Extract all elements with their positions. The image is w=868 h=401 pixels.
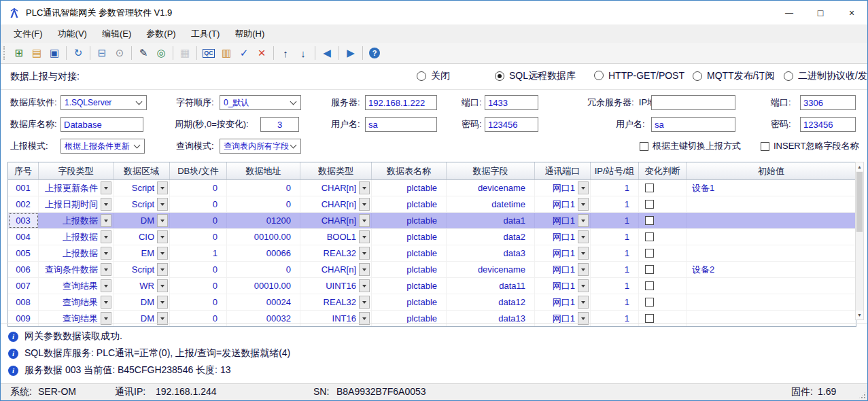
cell-table[interactable]: plctable [372, 196, 447, 212]
dropdown-arrow-icon[interactable] [101, 214, 111, 227]
delete-cross-icon[interactable]: × [253, 45, 271, 61]
radio-close[interactable]: 关闭 [417, 70, 450, 82]
cell-changed[interactable] [639, 245, 687, 261]
cell-changed[interactable] [639, 311, 687, 326]
cell-station[interactable]: 1 [591, 245, 639, 261]
network-nodes-icon[interactable]: ⊟ [93, 45, 111, 61]
cell-field_type[interactable]: 上报日期时间 [39, 196, 114, 212]
cell-changed[interactable] [639, 294, 687, 310]
radio-sql-remote-db[interactable]: SQL远程数据库 [495, 70, 576, 82]
password-input[interactable] [485, 117, 538, 132]
cell-changed[interactable] [639, 229, 687, 245]
server-input[interactable] [365, 95, 437, 110]
dropdown-arrow-icon[interactable] [157, 296, 168, 309]
cell-port[interactable]: 网口1 [535, 180, 591, 196]
cell-field_type[interactable]: 查询条件数据 [39, 262, 114, 277]
table-row[interactable]: 002上报日期时间Script00CHAR[n]plctabledatetime… [8, 196, 856, 213]
cell-area[interactable]: DM [114, 294, 170, 310]
table-row[interactable]: 003上报数据DM001200CHAR[n]plctabledata1网口11 [8, 213, 856, 229]
cell-field_type[interactable]: 上报数据 [39, 213, 114, 228]
cell-dtype[interactable]: CHAR[n] [300, 196, 372, 212]
scroll-down-button[interactable]: ▼ [856, 311, 863, 319]
move-up-icon[interactable]: ↑ [277, 45, 294, 61]
cell-dtype[interactable]: CHAR[n] [300, 213, 372, 228]
cell-station[interactable]: 1 [591, 229, 639, 245]
menu-tools[interactable]: 工具(T) [184, 27, 228, 41]
cell-table[interactable]: plctable [372, 294, 447, 310]
cell-table[interactable]: plctable [372, 262, 447, 277]
dropdown-arrow-icon[interactable] [359, 214, 370, 227]
user-input[interactable] [365, 117, 437, 132]
dropdown-arrow-icon[interactable] [101, 247, 111, 260]
checkbox-icon[interactable] [645, 216, 654, 225]
cell-changed[interactable] [639, 180, 687, 196]
dropdown-arrow-icon[interactable] [157, 263, 168, 276]
cell-table[interactable]: plctable [372, 278, 447, 294]
dropdown-arrow-icon[interactable] [578, 296, 589, 309]
cell-dtype[interactable]: BOOL1 [300, 229, 372, 245]
radio-binary-protocol[interactable]: 二进制协议收/发 [784, 70, 867, 82]
redundant-password-input[interactable] [800, 117, 856, 132]
cell-init[interactable] [687, 245, 856, 261]
scroll-up-button[interactable]: ▲ [856, 162, 863, 171]
cell-addr[interactable]: 0 [227, 180, 300, 196]
cell-db[interactable]: 0 [170, 196, 227, 212]
write-device-icon[interactable]: ✎ [135, 45, 152, 61]
table-row[interactable]: 009查询结果DM000032INT16plctabledata13网口11 [8, 311, 856, 326]
table-row[interactable]: 006查询条件数据Script00CHAR[n]plctabledevicena… [8, 262, 856, 278]
cell-port[interactable]: 网口1 [535, 294, 591, 310]
checkbox-icon[interactable] [645, 281, 654, 290]
dropdown-arrow-icon[interactable] [359, 296, 370, 309]
cell-station[interactable]: 1 [591, 278, 639, 294]
query-mode-select[interactable]: 查询表内所有字段 [220, 139, 301, 154]
cell-field_type[interactable]: 查询结果 [39, 278, 114, 294]
checkbox-icon[interactable] [645, 298, 654, 307]
cell-no[interactable]: 004 [8, 229, 39, 245]
menu-params[interactable]: 参数(P) [139, 27, 183, 41]
close-button[interactable]: × [836, 1, 867, 24]
cell-db[interactable]: 0 [170, 213, 227, 228]
cell-field[interactable]: devicename [447, 180, 535, 196]
dropdown-arrow-icon[interactable] [578, 198, 589, 211]
cell-port[interactable]: 网口1 [535, 213, 591, 228]
table-row[interactable]: 001上报更新条件Script00CHAR[n]plctabledevicena… [8, 180, 856, 196]
open-file-icon[interactable]: ▤ [28, 45, 46, 61]
cell-db[interactable]: 0 [170, 278, 227, 294]
db-software-select[interactable]: 1.SQLServer [60, 95, 147, 110]
cell-field_type[interactable]: 查询结果 [39, 311, 114, 326]
cell-port[interactable]: 网口1 [535, 229, 591, 245]
resize-grip[interactable] [858, 391, 866, 399]
cell-field[interactable]: data2 [447, 229, 535, 245]
checkbox-icon[interactable] [645, 184, 654, 192]
cell-addr[interactable]: 0 [227, 262, 300, 277]
cell-db[interactable]: 0 [170, 229, 227, 245]
next-icon[interactable]: ▶ [342, 45, 360, 61]
cell-field[interactable]: devicename [447, 262, 535, 277]
dropdown-arrow-icon[interactable] [578, 263, 589, 276]
dropdown-arrow-icon[interactable] [359, 247, 370, 260]
cell-init[interactable] [687, 213, 856, 228]
db-name-input[interactable] [60, 117, 143, 132]
dropdown-arrow-icon[interactable] [359, 263, 370, 276]
cell-dtype[interactable]: REAL32 [300, 245, 372, 261]
help-icon[interactable]: ? [366, 45, 383, 61]
radio-http-get-post[interactable]: HTTP-GET/POST [594, 70, 684, 81]
dropdown-arrow-icon[interactable] [578, 214, 589, 227]
dropdown-arrow-icon[interactable] [578, 181, 589, 194]
dropdown-arrow-icon[interactable] [101, 296, 111, 309]
dropdown-arrow-icon[interactable] [359, 230, 370, 243]
dropdown-arrow-icon[interactable] [157, 230, 168, 243]
cell-changed[interactable] [639, 213, 687, 228]
dropdown-arrow-icon[interactable] [157, 198, 168, 211]
checkbox-icon[interactable] [645, 200, 654, 209]
cell-db[interactable]: 1 [170, 245, 227, 261]
cell-changed[interactable] [639, 262, 687, 277]
cell-addr[interactable]: 00032 [227, 311, 300, 326]
cell-db[interactable]: 0 [170, 180, 227, 196]
minimize-button[interactable]: — [774, 1, 805, 24]
char-order-select[interactable]: 0_默认 [220, 95, 301, 110]
cell-field[interactable]: data12 [447, 294, 535, 310]
checkbox-icon[interactable] [645, 314, 654, 323]
maximize-button[interactable]: □ [805, 1, 836, 24]
cell-area[interactable]: CIO [114, 229, 170, 245]
